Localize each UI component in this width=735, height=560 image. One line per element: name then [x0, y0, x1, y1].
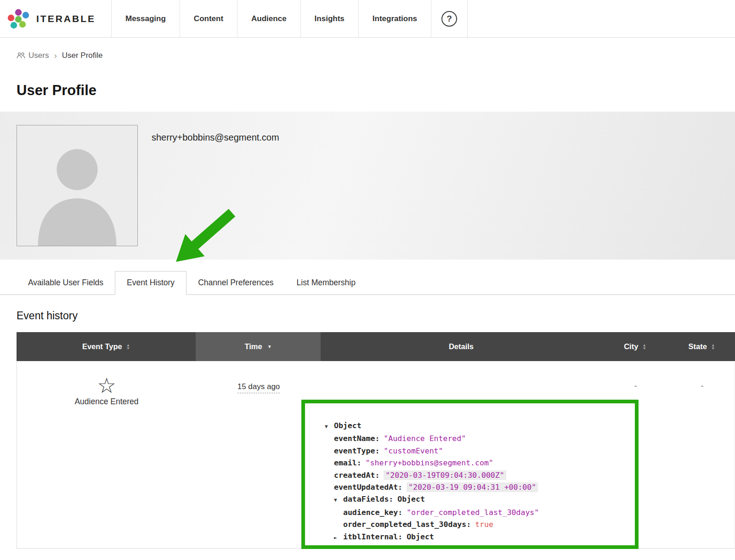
- json-value: "2020-03-19 09:04:31 +00:00": [407, 482, 538, 492]
- json-line: eventType:"customEvent": [325, 445, 602, 457]
- expand-arrow-icon[interactable]: ▼: [325, 421, 334, 433]
- section-heading: Event history: [17, 310, 718, 322]
- event-history-table: Event Type ▲▼ Time ▼ Details City ▲▼ Sta…: [17, 332, 735, 549]
- nav-item-label: Integrations: [373, 14, 417, 23]
- help-icon: ?: [441, 11, 457, 27]
- json-line: ►itblInternal:Object: [325, 531, 602, 544]
- json-key: eventType:: [334, 447, 379, 455]
- tab-label: Available User Fields: [28, 278, 103, 287]
- column-header-event-type[interactable]: Event Type ▲▼: [17, 332, 196, 361]
- top-navigation: ITERABLE Messaging Content Audience Insi…: [0, 0, 735, 38]
- page-title: User Profile: [17, 81, 718, 100]
- column-label: State: [689, 342, 707, 351]
- tab-label: List Membership: [297, 278, 356, 287]
- nav-item-messaging[interactable]: Messaging: [111, 0, 180, 37]
- json-value: "Audience Entered": [384, 434, 466, 443]
- table-header: Event Type ▲▼ Time ▼ Details City ▲▼ Sta…: [17, 332, 735, 361]
- sort-icon: ▲▼: [126, 344, 130, 350]
- tab-list-membership[interactable]: List Membership: [285, 272, 367, 294]
- json-key: eventName:: [334, 434, 379, 443]
- json-key: itblInternal:: [343, 532, 402, 541]
- json-line: ▼dataFields:Object: [325, 493, 602, 506]
- help-button[interactable]: ?: [431, 0, 468, 37]
- sort-desc-icon: ▼: [267, 344, 272, 349]
- json-key: email:: [334, 458, 362, 467]
- json-value: "sherry+bobbins@segment.com": [366, 458, 493, 467]
- page: ITERABLE Messaging Content Audience Insi…: [0, 0, 735, 560]
- json-value: Object: [397, 495, 425, 503]
- nav-item-label: Messaging: [125, 14, 166, 23]
- chevron-right-icon: ›: [54, 51, 57, 61]
- breadcrumb-users[interactable]: Users: [17, 51, 49, 60]
- column-header-city[interactable]: City ▲▼: [602, 332, 668, 361]
- nav-item-audience[interactable]: Audience: [237, 0, 300, 37]
- profile-banner: sherry+bobbins@segment.com: [0, 112, 735, 260]
- sort-icon: ▲▼: [711, 344, 715, 350]
- column-header-time[interactable]: Time ▼: [196, 332, 321, 361]
- nav-item-insights[interactable]: Insights: [300, 0, 358, 37]
- event-type-cell: ☆ Audience Entered: [17, 361, 196, 548]
- breadcrumb-current: User Profile: [62, 51, 103, 60]
- json-key: eventUpdatedAt:: [334, 483, 402, 492]
- json-line: eventUpdatedAt:"2020-03-19 09:04:31 +00:…: [325, 481, 602, 493]
- json-key: Object: [334, 421, 362, 430]
- event-type-label: Audience Entered: [74, 397, 138, 407]
- column-label: City: [624, 342, 638, 351]
- column-label: Details: [449, 342, 474, 351]
- event-details-json: ▼Object eventName:"Audience Entered" eve…: [325, 420, 602, 544]
- json-key: audience_key:: [343, 508, 402, 517]
- details-cell: ▼Object eventName:"Audience Entered" eve…: [321, 361, 602, 548]
- iterable-logo-icon: [7, 8, 29, 29]
- tab-label: Event History: [127, 278, 175, 287]
- tab-channel-preferences[interactable]: Channel Preferences: [187, 272, 285, 294]
- nav-item-label: Insights: [315, 14, 345, 23]
- breadcrumb: Users › User Profile: [0, 38, 735, 61]
- expand-arrow-icon[interactable]: ▼: [334, 494, 343, 506]
- nav-item-integrations[interactable]: Integrations: [358, 0, 431, 37]
- tab-available-user-fields[interactable]: Available User Fields: [17, 272, 115, 294]
- json-value: "order_completed_last_30days": [407, 508, 539, 517]
- json-value: "2020-03-19T09:04:30.000Z": [384, 470, 506, 480]
- avatar: [17, 125, 138, 246]
- collapsed-arrow-icon[interactable]: ►: [334, 532, 343, 544]
- city-cell: -: [602, 361, 669, 548]
- json-value: "customEvent": [384, 447, 443, 455]
- json-line: createdAt:"2020-03-19T09:04:30.000Z": [325, 469, 602, 481]
- breadcrumb-users-label: Users: [28, 51, 49, 60]
- nav-item-label: Audience: [251, 14, 287, 23]
- tab-bar: Available User Fields Event History Chan…: [0, 271, 735, 295]
- time-value[interactable]: 15 days ago: [237, 382, 280, 393]
- column-header-details[interactable]: Details: [321, 332, 602, 361]
- tab-label: Channel Preferences: [198, 278, 273, 287]
- brand-name: ITERABLE: [36, 13, 96, 24]
- profile-email: sherry+bobbins@segment.com: [152, 132, 279, 260]
- users-icon: [17, 52, 25, 59]
- json-line: email:"sherry+bobbins@segment.com": [325, 457, 602, 469]
- star-icon: ☆: [97, 375, 116, 396]
- time-cell: 15 days ago: [196, 361, 321, 548]
- brand[interactable]: ITERABLE: [0, 0, 111, 37]
- person-silhouette-icon: [17, 125, 137, 246]
- json-line: order_completed_last_30days:true: [325, 519, 602, 531]
- json-key: dataFields:: [343, 495, 393, 503]
- tab-event-history[interactable]: Event History: [115, 271, 187, 295]
- json-value: Object: [407, 532, 434, 541]
- column-label: Time: [244, 342, 262, 351]
- column-label: Event Type: [82, 342, 122, 351]
- column-header-state[interactable]: State ▲▼: [668, 332, 735, 361]
- json-line: audience_key:"order_completed_last_30day…: [325, 507, 602, 519]
- nav-item-content[interactable]: Content: [180, 0, 237, 37]
- table-row: ☆ Audience Entered 15 days ago ▼Object e…: [17, 361, 735, 549]
- state-cell: -: [669, 361, 735, 548]
- sort-icon: ▲▼: [642, 344, 646, 350]
- nav-item-label: Content: [194, 14, 223, 23]
- json-value: true: [475, 520, 493, 529]
- json-key: createdAt:: [334, 471, 379, 480]
- json-line: eventName:"Audience Entered": [325, 433, 602, 445]
- json-line: ▼Object: [325, 420, 602, 433]
- json-key: order_completed_last_30days:: [343, 520, 471, 529]
